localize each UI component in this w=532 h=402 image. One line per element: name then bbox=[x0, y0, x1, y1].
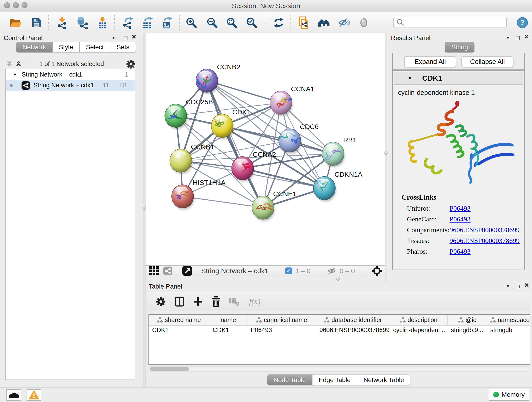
column-header[interactable]: description bbox=[390, 315, 448, 325]
crosslink-value-link[interactable]: P06493 bbox=[450, 248, 471, 255]
network-canvas[interactable]: CCNB2CCNA1CDC25BCDK1CDC6RB1CCNB1CCNA2CDK… bbox=[146, 33, 385, 265]
import-table-button[interactable] bbox=[96, 16, 109, 30]
network-options-button[interactable] bbox=[126, 60, 135, 70]
gene-entry-header[interactable]: ▼ CDK1 bbox=[394, 72, 523, 85]
import-database-icon bbox=[76, 17, 88, 29]
table-cell[interactable]: stringdb bbox=[487, 325, 530, 335]
table-row[interactable]: CDK1CDK1P064939606.ENSP00000378699cyclin… bbox=[149, 325, 530, 335]
tab-string[interactable]: String bbox=[445, 42, 474, 52]
network-row-selected[interactable]: String Network – cdk1 11 48 bbox=[6, 80, 135, 91]
column-type-icon bbox=[400, 317, 405, 322]
help-button[interactable]: ? bbox=[516, 16, 529, 30]
splitter-handle[interactable] bbox=[143, 206, 146, 210]
network-view-toolbar: String Network – cdk1 ✓ 1 – 0 0 – 0 bbox=[146, 265, 385, 276]
table-cell[interactable]: CDK1 bbox=[149, 325, 209, 335]
panel-float-button[interactable]: □ bbox=[516, 34, 520, 42]
titlebar: Session: New Session bbox=[0, 0, 532, 12]
table-cell[interactable]: stringdb:9... bbox=[448, 325, 487, 335]
window-title: Session: New Session bbox=[0, 0, 532, 12]
tab-network-table[interactable]: Network Table bbox=[357, 375, 410, 385]
crosslink-value-link[interactable]: 9606.ENSP00000378699 bbox=[450, 237, 520, 245]
open-session-button[interactable] bbox=[9, 16, 22, 30]
tab-edge-table[interactable]: Edge Table bbox=[312, 375, 357, 385]
panel-close-button[interactable]: × bbox=[525, 281, 529, 289]
zoom-out-button[interactable] bbox=[206, 16, 219, 30]
delete-column-button[interactable] bbox=[211, 296, 221, 307]
panel-menu-button[interactable]: ▼ bbox=[506, 282, 510, 290]
share-document-button[interactable] bbox=[298, 16, 310, 30]
tab-network[interactable]: Network bbox=[16, 42, 52, 52]
column-header[interactable]: name bbox=[209, 315, 247, 325]
birdseye-toggle-button[interactable] bbox=[372, 266, 382, 276]
table-cell[interactable]: CDK1 bbox=[209, 325, 247, 335]
open-in-window-button[interactable] bbox=[182, 266, 192, 276]
import-network-button[interactable] bbox=[56, 16, 69, 30]
column-header[interactable]: @id bbox=[448, 315, 487, 325]
crosslink-value-link[interactable]: P06493 bbox=[450, 215, 471, 223]
tree-disclosure-icon[interactable]: ▼ bbox=[13, 72, 17, 77]
table-settings-button[interactable] bbox=[156, 297, 166, 306]
table-horizontal-scrollbar[interactable] bbox=[149, 366, 530, 372]
tab-select[interactable]: Select bbox=[80, 42, 110, 52]
collapse-all-button[interactable]: Collapse All bbox=[462, 56, 513, 67]
left-splitter[interactable] bbox=[143, 33, 146, 387]
cloud-status-button[interactable] bbox=[6, 389, 21, 401]
panel-close-button[interactable]: × bbox=[132, 33, 136, 41]
save-session-button[interactable] bbox=[30, 16, 43, 30]
table-cell[interactable]: P06493 bbox=[247, 325, 316, 335]
create-column-button[interactable] bbox=[193, 297, 203, 306]
show-labels-button[interactable] bbox=[357, 16, 370, 30]
zoom-in-button[interactable] bbox=[185, 16, 198, 30]
column-header[interactable]: namespace bbox=[487, 315, 530, 325]
gene-entry-body: cyclin-dependent kinase 1 bbox=[394, 85, 523, 270]
tab-style[interactable]: Style bbox=[52, 42, 80, 52]
panel-close-button[interactable]: × bbox=[525, 33, 529, 41]
column-header[interactable]: canonical name bbox=[247, 315, 316, 325]
import-database-button[interactable] bbox=[76, 16, 89, 30]
scrollbar-thumb[interactable] bbox=[150, 367, 189, 371]
search-input[interactable] bbox=[404, 18, 506, 27]
horizontal-splitter[interactable] bbox=[146, 276, 385, 282]
panel-float-button[interactable]: □ bbox=[516, 282, 520, 290]
home-view-button[interactable] bbox=[317, 16, 330, 30]
show-columns-button[interactable] bbox=[174, 297, 184, 307]
birdseye-grid-button[interactable] bbox=[149, 266, 159, 275]
crosslink-label: Pharos: bbox=[407, 248, 450, 255]
column-header[interactable]: shared name bbox=[149, 315, 209, 325]
table-cell[interactable]: 9606.ENSP00000378699 bbox=[316, 325, 390, 335]
column-header[interactable]: database identifier bbox=[316, 315, 390, 325]
import-network-icon bbox=[57, 17, 68, 29]
splitter-handle[interactable] bbox=[336, 277, 340, 281]
export-image-button[interactable] bbox=[160, 16, 173, 30]
selected-nodes-checkbox[interactable]: ✓ bbox=[285, 268, 292, 274]
panel-menu-button[interactable]: ▼ bbox=[506, 34, 510, 42]
check-icon: ✓ bbox=[286, 268, 291, 274]
memory-button[interactable]: Memory bbox=[489, 389, 529, 401]
refresh-button[interactable] bbox=[272, 16, 285, 30]
warnings-button[interactable] bbox=[27, 389, 41, 401]
entry-disclosure-icon[interactable]: ▼ bbox=[408, 76, 412, 81]
expand-all-button[interactable]: Expand All bbox=[404, 56, 456, 67]
crosslink-value-link[interactable]: 9606.ENSP00000378699 bbox=[450, 226, 520, 234]
tab-node-table[interactable]: Node Table bbox=[267, 375, 312, 385]
table-panel-title: Table Panel bbox=[149, 283, 182, 290]
hide-labels-button[interactable] bbox=[337, 16, 350, 30]
toolbar-separator bbox=[179, 15, 180, 30]
panel-float-button[interactable]: □ bbox=[124, 34, 127, 42]
export-table-button[interactable] bbox=[141, 16, 154, 30]
network-name: String Network – cdk1 bbox=[33, 82, 94, 89]
column-header-label: shared name bbox=[165, 317, 201, 324]
grid-icon bbox=[149, 266, 159, 275]
splitter-handle[interactable] bbox=[384, 151, 388, 155]
results-content: ▼ CDK1 cyclin-dependent kinase 1 bbox=[392, 70, 525, 270]
crosslink-row: Compartments:9606.ENSP00000378699 bbox=[407, 224, 523, 235]
zoom-fit-button[interactable] bbox=[225, 16, 238, 30]
panel-menu-button[interactable]: ▼ bbox=[111, 34, 116, 42]
right-splitter[interactable] bbox=[385, 33, 387, 282]
table-cell[interactable]: cyclin-dependent ... bbox=[390, 325, 448, 335]
crosslink-value-link[interactable]: P06493 bbox=[450, 204, 471, 212]
zoom-selected-button[interactable] bbox=[245, 16, 258, 30]
network-collection-row[interactable]: ▼ String Network – cdk1 1 bbox=[6, 69, 135, 80]
export-network-button[interactable] bbox=[121, 16, 134, 30]
tab-sets[interactable]: Sets bbox=[110, 42, 136, 52]
